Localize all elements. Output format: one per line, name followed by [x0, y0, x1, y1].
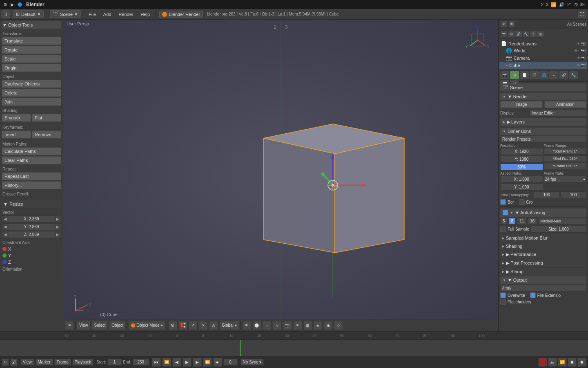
- z-increase[interactable]: ▶: [54, 231, 61, 238]
- nav-cube[interactable]: X Y Z: [461, 24, 494, 56]
- tab-scene[interactable]: 🎬: [530, 71, 539, 79]
- animation-render-btn[interactable]: Animation: [544, 101, 587, 108]
- menu-add[interactable]: Add: [100, 11, 115, 18]
- origin-btn[interactable]: Origin: [2, 64, 61, 72]
- res-percent[interactable]: 50%: [500, 164, 543, 171]
- rpanel-search-btn[interactable]: 🔍: [508, 20, 516, 28]
- overwrite-checkbox[interactable]: [500, 292, 506, 298]
- rpanel-icon4[interactable]: 🔧: [522, 30, 530, 38]
- tab-constraints[interactable]: 🔗: [559, 71, 568, 79]
- rpanel-icon3[interactable]: 🔗: [515, 30, 522, 38]
- cube-vis-icon[interactable]: 👁: [577, 63, 580, 67]
- overlay-icon[interactable]: ⚪: [252, 321, 261, 330]
- loop-btn[interactable]: 🔁: [558, 358, 567, 367]
- rl-vis-icon[interactable]: 👁: [577, 42, 580, 46]
- size-value[interactable]: Size: 1.000: [531, 226, 586, 233]
- scene-tree-item-cube[interactable]: ▪ Cube 👁 📷: [499, 62, 587, 69]
- menu-render[interactable]: Render: [115, 11, 136, 18]
- view-menu-btn[interactable]: View: [20, 359, 34, 366]
- menu-file[interactable]: File: [85, 11, 99, 18]
- menu-help[interactable]: Help: [137, 11, 153, 18]
- scene-section-header[interactable]: 🎬 Scene: [500, 83, 586, 91]
- join-btn[interactable]: Join: [2, 98, 61, 106]
- rpanel-icon5[interactable]: ➕: [530, 30, 537, 38]
- render-section-header[interactable]: ▼ ▼ Render: [500, 93, 586, 100]
- render-engine-selector[interactable]: Blender Render: [159, 11, 203, 18]
- object-btn[interactable]: Object: [109, 321, 126, 330]
- 3d-viewport[interactable]: User Persp X Y Z 2 3: [63, 20, 498, 331]
- dimensions-header[interactable]: ▼ Dimensions: [500, 128, 586, 135]
- frame-menu-btn[interactable]: Frame: [54, 359, 71, 366]
- aa-checkbox[interactable]: [503, 210, 508, 215]
- maximize-btn[interactable]: ⛶: [578, 11, 586, 18]
- rotate-btn[interactable]: Rotate: [2, 46, 61, 54]
- transform-icon[interactable]: ↗: [189, 321, 198, 330]
- start-frame[interactable]: *Start Fram: 1*: [544, 148, 587, 155]
- next-frame-btn[interactable]: ▶: [193, 358, 202, 367]
- flat-btn[interactable]: Flat: [32, 114, 61, 122]
- layout-selector[interactable]: ⊞ Default ✕: [13, 10, 44, 18]
- lasso-icon[interactable]: ∿: [273, 321, 282, 330]
- world-render[interactable]: 📷: [581, 49, 586, 53]
- view-icon-btn[interactable]: 👁: [65, 321, 74, 330]
- post-processing-header[interactable]: ▶ ▶ Post Processing: [500, 259, 586, 267]
- insert-btn[interactable]: Insert: [2, 130, 31, 139]
- prev-frame-btn[interactable]: ◀: [172, 358, 181, 367]
- record-btn[interactable]: ●: [538, 358, 547, 367]
- edge-icon[interactable]: ◇: [334, 321, 343, 330]
- delete-btn[interactable]: Delete: [2, 89, 61, 97]
- translate-btn[interactable]: Translate: [2, 37, 61, 45]
- cube-render-icon[interactable]: 📷: [581, 63, 586, 67]
- jump-end-btn[interactable]: ⏭: [213, 358, 222, 367]
- world-vis[interactable]: 👁: [574, 49, 578, 53]
- duplicate-btn[interactable]: Duplicate Objects: [2, 80, 61, 88]
- playhead[interactable]: [240, 340, 241, 356]
- x-decrease[interactable]: ◀: [2, 216, 9, 222]
- tab-object[interactable]: ▪: [549, 71, 558, 79]
- aa-11-btn[interactable]: 11: [517, 218, 526, 224]
- smooth-btn[interactable]: Smooth: [2, 114, 31, 122]
- pivot-icon[interactable]: ⊙: [168, 321, 177, 330]
- resize-header[interactable]: ▼ Resize: [2, 200, 61, 208]
- jump-start-btn[interactable]: ⏮: [152, 358, 161, 367]
- mesh-icon[interactable]: ▦: [303, 321, 312, 330]
- grid-icon[interactable]: ⊞: [242, 321, 251, 330]
- playback-menu-btn[interactable]: Playback: [72, 359, 94, 366]
- aa-5-btn[interactable]: 5: [500, 218, 508, 224]
- marker-menu-btn[interactable]: Marker: [36, 359, 53, 366]
- shading-header[interactable]: ▶ Shading: [500, 242, 586, 250]
- scene-selector[interactable]: 🎬 Scene ✕: [50, 10, 81, 18]
- no-sync-btn[interactable]: No Sync ▾: [241, 359, 264, 366]
- crop-checkbox[interactable]: [519, 199, 525, 205]
- y-increase[interactable]: ▶: [54, 224, 61, 230]
- old-value[interactable]: 100: [534, 191, 560, 198]
- face-icon[interactable]: ◈: [314, 321, 323, 330]
- extra1-btn[interactable]: ⏹: [568, 358, 577, 367]
- next-key-btn[interactable]: ⏩: [203, 358, 212, 367]
- vert-icon[interactable]: ◉: [324, 321, 333, 330]
- tab-layers[interactable]: 📑: [520, 71, 529, 79]
- global-selector[interactable]: Global ▾: [219, 321, 239, 330]
- audio-scrub-btn[interactable]: 🔈: [548, 358, 557, 367]
- repeat-last-btn[interactable]: Repeat Last: [2, 172, 61, 180]
- view-btn[interactable]: View: [77, 321, 91, 330]
- performance-header[interactable]: ▶ ▶ Performance: [500, 251, 586, 258]
- object-tools-header[interactable]: ▼ Object Tools: [2, 21, 61, 29]
- scale-btn[interactable]: Scale: [2, 55, 61, 63]
- end-field[interactable]: [133, 359, 149, 366]
- timeline-track[interactable]: [0, 340, 588, 356]
- aa-header[interactable]: ▼ ▼ Anti-Aliasing: [500, 209, 586, 217]
- presets-value[interactable]: Render Presets: [500, 136, 586, 143]
- sampled-motion-header[interactable]: ▶ Sampled Motion Blur: [500, 234, 586, 242]
- rpanel-icon1[interactable]: 📷: [500, 30, 508, 38]
- y-decrease[interactable]: ◀: [2, 224, 9, 230]
- select-btn[interactable]: Select: [92, 321, 108, 330]
- tool1-icon[interactable]: ✕: [199, 321, 208, 330]
- new-value[interactable]: 100: [561, 191, 587, 198]
- sync-icon[interactable]: ↻: [2, 359, 9, 366]
- layers-header[interactable]: ▶ ▶ Layers: [500, 118, 586, 126]
- audio-icon[interactable]: 🔊: [10, 359, 18, 366]
- frame-step[interactable]: *Frame Ste: 1*: [544, 163, 587, 169]
- aspect-y[interactable]: Y: 1.000: [500, 184, 543, 191]
- tab-render[interactable]: 🖥: [510, 71, 519, 79]
